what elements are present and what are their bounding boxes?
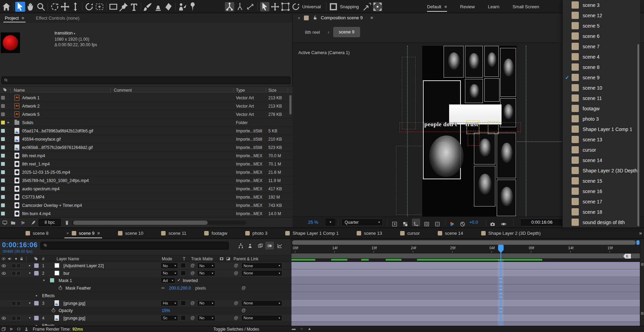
exposure-value[interactable]: +0.0 bbox=[469, 220, 478, 225]
menu-item-scene-6[interactable]: scene 6 bbox=[563, 31, 641, 41]
fit-region-tool[interactable] bbox=[373, 2, 382, 11]
layer-row-grunge-jpg[interactable]: ▾4[grunge.jpg]Sc▾@No▾@None▾ bbox=[0, 314, 291, 322]
pickwhip-icon[interactable]: @ bbox=[234, 315, 238, 320]
panel-menu-icon[interactable]: ≡ bbox=[21, 16, 24, 21]
gizmo-local-tool[interactable] bbox=[235, 2, 245, 11]
current-timecode[interactable]: 0:00:16:06 bbox=[2, 241, 38, 249]
toggle-switches-button[interactable]: Toggle Switches / Modes bbox=[193, 327, 279, 332]
blend-mode-dropdown[interactable]: No▾ bbox=[161, 263, 178, 269]
menu-item-photo-3[interactable]: photo 3 bbox=[563, 114, 641, 124]
project-row-camcorder-overlay-timer-mp4[interactable]: Camcorder Overlay + Timer.mp4Importe...M… bbox=[0, 201, 293, 210]
channel-icon[interactable] bbox=[448, 219, 456, 226]
switch-box[interactable] bbox=[17, 264, 21, 268]
exposure-icon[interactable] bbox=[458, 219, 467, 226]
expander-icon[interactable]: ▾ bbox=[43, 279, 45, 282]
property-value[interactable]: 15% bbox=[162, 308, 170, 313]
mask-color-swatch[interactable] bbox=[50, 278, 54, 282]
guides-icon[interactable] bbox=[433, 219, 442, 226]
switch-box[interactable] bbox=[12, 264, 16, 268]
matte-luma-icon[interactable] bbox=[226, 256, 230, 261]
link-icon[interactable]: ∞ bbox=[161, 285, 165, 290]
parent-link-column[interactable]: Parent & Link bbox=[234, 256, 258, 261]
zoom-in-icon[interactable]: ▲ bbox=[308, 326, 311, 331]
layer-track-bar[interactable] bbox=[291, 284, 640, 292]
gutter-icon[interactable] bbox=[641, 312, 644, 315]
graph-editor-icon[interactable] bbox=[275, 242, 284, 250]
project-row-ec065b8-8f757fc2de597612648d2-gif[interactable]: ec065b8...8f757fc2de597612648d2.gifImpor… bbox=[0, 143, 293, 152]
column-comment[interactable]: Comment bbox=[114, 88, 132, 93]
comp-tab-cursor[interactable]: cursor bbox=[400, 228, 420, 239]
blend-mode-dropdown[interactable]: No▾ bbox=[161, 270, 178, 276]
project-hscroll-track[interactable] bbox=[72, 221, 246, 225]
project-table-header[interactable]: Name Comment Type Size bbox=[0, 86, 293, 94]
preserve-transparency-box[interactable] bbox=[181, 315, 186, 320]
t-column[interactable]: T bbox=[183, 256, 185, 261]
track-matte-column[interactable]: Track Matte bbox=[191, 256, 213, 261]
menu-item-scene-10[interactable]: scene 10 bbox=[563, 83, 641, 93]
eraser-tool[interactable] bbox=[164, 2, 174, 12]
lock-column-icon[interactable] bbox=[19, 256, 24, 261]
breadcrumb-current[interactable]: scene 9 bbox=[333, 27, 360, 37]
menu-item-shape-layer-2-3d-depth[interactable]: Shape Layer 2 (3D Depth) bbox=[563, 165, 641, 176]
resolution-dropdown[interactable]: Quarter▾ bbox=[341, 219, 383, 226]
track-matte-dropdown[interactable]: No▾ bbox=[197, 270, 215, 276]
layer-track-bar[interactable] bbox=[291, 322, 640, 326]
track-matte-dropdown[interactable]: No▾ bbox=[197, 315, 215, 321]
tab-project[interactable]: Project≡ bbox=[5, 13, 24, 23]
layer-track-bar[interactable] bbox=[291, 270, 640, 277]
switch-box[interactable] bbox=[17, 316, 21, 320]
mask-visibility-icon[interactable] bbox=[423, 219, 431, 226]
expander-icon[interactable]: ▾ bbox=[29, 271, 31, 275]
menu-item-scene-5[interactable]: scene 5 bbox=[563, 21, 641, 31]
menu-item-scene-3[interactable]: scene 3 bbox=[563, 0, 641, 10]
composition-color-swatch[interactable] bbox=[304, 16, 309, 20]
menu-item-scene-11[interactable]: scene 11 bbox=[563, 93, 641, 103]
layer-label-swatch[interactable] bbox=[34, 271, 39, 275]
menu-item-scene-4[interactable]: scene 4 bbox=[563, 52, 641, 62]
delete-icon[interactable] bbox=[64, 220, 70, 225]
render-settings-icon[interactable] bbox=[9, 327, 13, 331]
pickwhip-icon[interactable]: @ bbox=[190, 301, 195, 305]
project-row-artwork-1[interactable]: AiArtwork 1Vector Art213 KB bbox=[0, 94, 293, 102]
preserve-transparency-box[interactable] bbox=[181, 271, 186, 275]
in-out-panes-icon[interactable] bbox=[17, 327, 21, 331]
region-of-interest-icon[interactable] bbox=[412, 219, 420, 226]
pickwhip-icon[interactable]: @ bbox=[234, 271, 238, 275]
menu-item-footagw[interactable]: footagw bbox=[563, 103, 641, 114]
home-tool[interactable] bbox=[1, 2, 11, 12]
pan-tool[interactable] bbox=[60, 2, 70, 12]
label-column-icon[interactable] bbox=[34, 256, 38, 261]
camera-bounds-tool[interactable] bbox=[95, 2, 105, 12]
mask-mode-dropdown[interactable]: Ad▾ bbox=[161, 278, 175, 283]
brush-tool[interactable] bbox=[143, 2, 153, 12]
timeline-zoom-control[interactable]: ▬ ○ ▲ bbox=[292, 326, 311, 331]
gizmo-world-tool[interactable] bbox=[246, 2, 255, 11]
project-row-artwork-5[interactable]: AiArtwork 5Vector Art278 KB bbox=[0, 110, 293, 119]
label-color-swatch[interactable] bbox=[1, 145, 5, 149]
layer-name-column[interactable]: Layer Name bbox=[57, 256, 79, 261]
label-color-swatch[interactable] bbox=[1, 129, 5, 133]
solo-column-icon[interactable] bbox=[14, 256, 18, 261]
comp-tab-photo-3[interactable]: photo 3 bbox=[245, 228, 267, 239]
track-matte-dropdown[interactable]: No▾ bbox=[197, 263, 215, 269]
menu-item-sound-design-of-8th[interactable]: sound design of 8th bbox=[563, 217, 641, 228]
layer-row-opacity[interactable]: Opacity15%@ bbox=[0, 307, 291, 314]
pickwhip-icon[interactable]: @ bbox=[190, 263, 195, 268]
parent-dropdown[interactable]: None▾ bbox=[241, 263, 282, 269]
pickwhip-icon[interactable]: @ bbox=[234, 301, 238, 305]
label-color-swatch[interactable] bbox=[1, 203, 5, 207]
switch-box[interactable] bbox=[12, 271, 16, 275]
selection-tool[interactable] bbox=[260, 2, 269, 11]
preserve-transparency-box[interactable] bbox=[181, 263, 186, 268]
bit-depth-button[interactable]: 8 bpc bbox=[39, 219, 61, 226]
menu-item-scene-17[interactable]: scene 17 bbox=[563, 197, 641, 207]
layer-row-effects[interactable]: ▸Effects bbox=[0, 292, 291, 300]
mode-column[interactable]: Mode bbox=[162, 256, 172, 261]
time-ruler[interactable]: 09f14f19f24f29f04f09f14f19f bbox=[291, 245, 640, 253]
expander-icon[interactable]: ▾ bbox=[29, 301, 31, 305]
switch-box[interactable] bbox=[12, 301, 16, 305]
mask-outline[interactable] bbox=[399, 122, 521, 132]
blend-mode-dropdown[interactable]: Ha▾ bbox=[161, 300, 178, 306]
layer-row-effects[interactable]: ▸Effects bbox=[0, 322, 291, 326]
menu-item-scene-12[interactable]: scene 12 bbox=[563, 10, 641, 21]
